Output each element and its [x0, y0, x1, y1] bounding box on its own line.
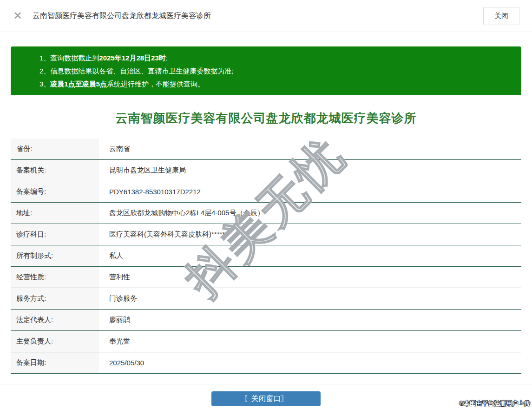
row-value: 私人: [99, 245, 123, 266]
notice-text: 系统进行维护，不能提供查询。: [107, 80, 204, 88]
row-label: 备案日期:: [11, 352, 99, 373]
table-row-filing-date: 备案日期: 2025/05/30: [11, 352, 521, 374]
notice-item-2: 2、信息数据结果以各省、自治区、直辖市卫生健康委数据为准;: [39, 65, 512, 78]
row-label: 省份:: [11, 139, 99, 159]
notice-text: 信息数据结果以各省、自治区、直辖市卫生健康委数据为准;: [50, 67, 233, 75]
table-row-principal-person: 主要负责人: 奉光誉: [11, 331, 521, 352]
row-value: 2025/05/30: [99, 352, 144, 373]
row-value: 医疗美容科(美容外科美容皮肤科)******: [99, 224, 228, 245]
modal-body: 1、查询数据截止到2025年12月28日23时; 2、信息数据结果以各省、自治区…: [0, 46, 532, 374]
notice-banner: 1、查询数据截止到2025年12月28日23时; 2、信息数据结果以各省、自治区…: [11, 46, 521, 95]
row-label: 法定代表人:: [11, 310, 99, 330]
row-label: 备案机关:: [11, 160, 99, 181]
row-value: 昆明市盘龙区卫生健康局: [99, 160, 186, 181]
row-label: 经营性质:: [11, 267, 99, 288]
row-value: PDY61382-853010317D2212: [99, 181, 201, 202]
page-title: 云南智颜医疗美容有限公司盘龙欣都龙城医疗美容诊所: [11, 110, 521, 126]
row-label: 服务方式:: [11, 288, 99, 309]
row-value: 云南省: [99, 139, 130, 159]
modal-header: ✕ 云南智颜医疗美容有限公司盘龙欣都龙城医疗美容诊所 关闭: [0, 0, 532, 32]
notice-bold-text: 凌晨1点至凌晨5点: [50, 80, 107, 88]
table-row-address: 地址: 盘龙区欣都龙城购物中心2栋L4层4-005号（金辰）: [11, 203, 521, 224]
row-value: 奉光誉: [99, 331, 130, 352]
notice-bold-text: 2025年12月28日23时: [99, 54, 165, 62]
row-label: 诊疗科目:: [11, 224, 99, 245]
row-value: 廖丽鹃: [99, 310, 130, 330]
notice-text: ;: [166, 54, 168, 62]
table-row-treatment-subjects: 诊疗科目: 医疗美容科(美容外科美容皮肤科)******: [11, 224, 521, 245]
notice-text: 查询数据截止到: [50, 54, 99, 62]
table-row-filing-authority: 备案机关: 昆明市盘龙区卫生健康局: [11, 160, 521, 181]
row-value: 盘龙区欣都龙城购物中心2栋L4层4-005号（金辰）: [99, 203, 264, 224]
notice-num: 2、: [39, 67, 50, 75]
close-button[interactable]: 关闭: [483, 7, 519, 25]
header-title: 云南智颜医疗美容有限公司盘龙欣都龙城医疗美容诊所: [33, 11, 483, 21]
notice-item-3: 3、凌晨1点至凌晨5点系统进行维护，不能提供查询。: [39, 78, 512, 91]
notice-num: 3、: [39, 80, 50, 88]
modal-footer: 〖关闭窗口〗: [0, 384, 532, 406]
close-x-icon[interactable]: ✕: [13, 10, 22, 21]
row-value: 门诊服务: [99, 288, 137, 309]
info-table: 省份: 云南省 备案机关: 昆明市盘龙区卫生健康局 备案编号: PDY61382…: [11, 139, 521, 374]
close-window-button[interactable]: 〖关闭窗口〗: [211, 391, 321, 406]
row-label: 所有制形式:: [11, 245, 99, 266]
notice-item-1: 1、查询数据截止到2025年12月28日23时;: [39, 52, 512, 65]
row-label: 备案编号:: [11, 181, 99, 202]
row-label: 主要负责人:: [11, 331, 99, 352]
table-row-service-mode: 服务方式: 门诊服务: [11, 288, 521, 310]
table-row-legal-representative: 法定代表人: 廖丽鹃: [11, 310, 521, 331]
table-row-ownership-form: 所有制形式: 私人: [11, 245, 521, 267]
table-row-filing-number: 备案编号: PDY61382-853010317D2212: [11, 181, 521, 203]
row-value: 营利性: [99, 267, 130, 288]
table-row-business-nature: 经营性质: 营利性: [11, 267, 521, 288]
notice-num: 1、: [39, 54, 50, 62]
table-row-province: 省份: 云南省: [11, 139, 521, 160]
row-label: 地址:: [11, 203, 99, 224]
